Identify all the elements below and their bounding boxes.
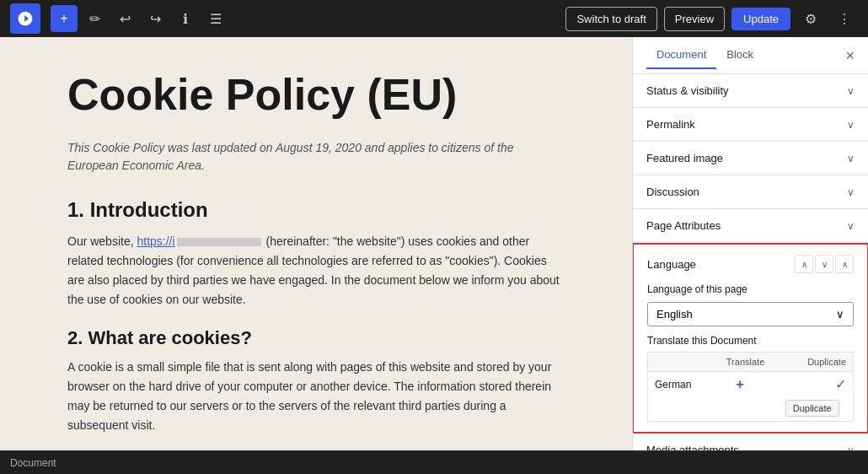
page-attributes-chevron: ∨ [847,220,855,232]
media-attachments-header[interactable]: Media attachments ∨ [633,434,868,450]
language-select-input[interactable]: English [656,308,836,320]
wordpress-logo [10,3,40,34]
duplicate-button[interactable]: Duplicate [785,400,839,417]
media-attachments-title: Media attachments [646,444,847,450]
section2-paragraph: A cookie is a small simple file that is … [67,358,565,435]
duplicate-btn-wrapper: Duplicate [771,396,853,422]
tab-block[interactable]: Block [716,41,764,69]
language-select-wrapper[interactable]: English ∨ [647,302,854,326]
select-chevron-icon: ∨ [836,308,844,320]
permalink-section: Permalink ∨ [633,108,868,142]
discussion-section: Discussion ∨ [633,175,868,209]
col-duplicate-header: Duplicate [771,353,853,372]
status-visibility-section: Status & visibility ∨ [633,74,868,108]
status-visibility-chevron: ∨ [847,85,855,97]
duplicate-action-cell: ✓ [771,372,853,397]
lang-name-cell: German [648,372,709,397]
duplicate-check-icon: ✓ [835,377,846,391]
translate-table: Translate Duplicate German + ✓ [647,352,854,422]
status-visibility-header[interactable]: Status & visibility ∨ [633,74,868,107]
sidebar-header: Document Block × [633,37,868,74]
permalink-header[interactable]: Permalink ∨ [633,108,868,141]
plus-icon: + [60,11,67,26]
media-attachments-chevron: ∨ [847,444,855,451]
featured-image-section: Featured image ∨ [633,142,868,175]
post-title: Cookie Policy (EU) [67,71,565,119]
sidebar: Document Block × Status & visibility ∨ P… [632,37,868,450]
translate-table-head: Translate Duplicate [648,353,854,372]
language-collapse-button[interactable]: ∧ [795,255,813,273]
undo-icon: ↩ [120,11,131,27]
language-chevrons: ∧ ∨ ∧ [795,255,854,273]
translate-table-body: German + ✓ Duplicate [648,372,854,422]
language-section-header[interactable]: Language ∧ ∨ ∧ [634,245,867,283]
discussion-header[interactable]: Discussion ∨ [633,175,868,208]
page-attributes-section: Page Attributes ∨ [633,209,868,243]
translate-document-label: Translate this Document [647,335,854,347]
link-placeholder [177,238,261,246]
add-block-button[interactable]: + [51,5,78,32]
translate-action-cell: + [709,372,771,397]
redo-button[interactable]: ↪ [142,5,169,32]
add-translate-button[interactable]: + [736,377,743,392]
site-link[interactable]: https://i [137,234,174,248]
featured-image-header[interactable]: Featured image ∨ [633,142,868,175]
language-title: Language [647,258,795,271]
permalink-chevron: ∨ [847,119,855,131]
duplicate-btn-cell [648,396,772,422]
language-of-page-label: Language of this page [647,283,854,295]
editor-area[interactable]: Cookie Policy (EU) This Cookie Policy wa… [0,37,632,450]
section2-heading: 2. What are cookies? [67,327,565,349]
redo-icon: ↪ [150,11,161,27]
info-button[interactable]: ℹ [172,5,199,32]
language-move-down-button[interactable]: ∧ [835,255,854,273]
discussion-chevron: ∨ [847,186,855,198]
language-section: Language ∧ ∨ ∧ Language of this page Eng… [632,243,868,434]
ellipsis-icon: ⋮ [838,11,851,27]
list-icon: ☰ [210,11,222,27]
featured-image-title: Featured image [646,152,847,164]
page-attributes-header[interactable]: Page Attributes ∨ [633,209,868,242]
preview-button[interactable]: Preview [664,7,725,31]
duplicate-button-row: Duplicate [648,396,854,422]
status-visibility-title: Status & visibility [646,84,847,97]
settings-button[interactable]: ⚙ [797,5,824,32]
permalink-title: Permalink [646,118,847,131]
col-translate-header: Translate [709,353,771,372]
pencil-icon: ✏ [89,11,100,27]
toolbar: + ✏ ↩ ↪ ℹ ☰ Switch to draft Preview Upda… [0,0,868,37]
switch-draft-button[interactable]: Switch to draft [565,7,656,31]
tab-document[interactable]: Document [646,41,716,69]
translate-table-header-row: Translate Duplicate [648,353,854,372]
col-lang-header [648,353,709,372]
gear-icon: ⚙ [805,11,817,27]
status-label: Document [10,457,56,469]
discussion-title: Discussion [646,186,847,198]
sidebar-close-button[interactable]: × [845,48,855,63]
more-options-button[interactable]: ⋮ [831,5,858,32]
table-row: German + ✓ [648,372,854,397]
featured-image-chevron: ∨ [847,153,855,164]
status-bar: Document [0,450,868,474]
undo-button[interactable]: ↩ [111,5,138,32]
wp-icon [17,10,34,27]
media-attachments-section: Media attachments ∨ [633,434,868,450]
language-move-up-button[interactable]: ∨ [815,255,833,273]
page-attributes-title: Page Attributes [646,219,847,232]
post-subtitle: This Cookie Policy was last updated on A… [67,139,565,175]
section1-paragraph: Our website, https://i (hereinafter: "th… [67,232,565,310]
update-button[interactable]: Update [731,8,790,30]
main-area: Cookie Policy (EU) This Cookie Policy wa… [0,37,868,450]
toolbar-right: Switch to draft Preview Update ⚙ ⋮ [565,5,858,32]
language-content: Language of this page English ∨ Translat… [634,283,867,432]
section1-heading: 1. Introduction [67,198,565,222]
toolbar-left: + ✏ ↩ ↪ ℹ ☰ [10,3,565,34]
info-icon: ℹ [183,11,188,27]
edit-mode-button[interactable]: ✏ [81,5,108,32]
list-view-button[interactable]: ☰ [202,5,229,32]
